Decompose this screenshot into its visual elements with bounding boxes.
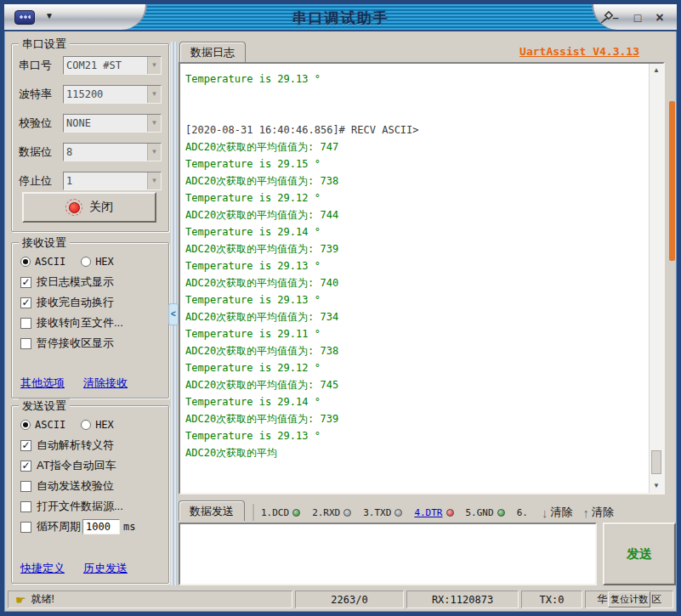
checkbox-icon[interactable] — [20, 338, 31, 349]
minimize-button[interactable] — [607, 9, 624, 26]
chevron-down-icon[interactable] — [147, 86, 161, 103]
checkbox-icon[interactable]: ✓ — [20, 461, 31, 472]
log-line: Temperature is 29.15 ° — [185, 155, 644, 172]
arrow-up-icon — [582, 506, 589, 520]
checkbox-label: 接收转向至文件... — [37, 315, 123, 331]
checkbox-row[interactable]: 暂停接收区显示 — [20, 333, 165, 353]
send-button[interactable]: 发送 — [603, 523, 676, 585]
serial-combo-4[interactable]: 1 — [63, 172, 162, 190]
indicator-1dcd: 1.DCD — [261, 507, 300, 518]
checkbox-label: 接收完自动换行 — [37, 295, 114, 310]
checkbox-row[interactable]: ✓AT指令自动回车 — [20, 455, 165, 476]
log-scrollbar[interactable] — [649, 64, 663, 493]
serial-combo-3[interactable]: 8 — [63, 143, 162, 161]
checkbox-icon[interactable] — [20, 481, 31, 492]
radio-hex[interactable]: HEX — [81, 419, 114, 431]
maximize-button[interactable] — [629, 9, 646, 26]
radio-label: ASCII — [35, 256, 65, 268]
indicator-led-icon — [292, 509, 300, 517]
chevron-down-icon[interactable] — [147, 172, 161, 189]
checkbox-icon[interactable]: ✓ — [20, 440, 31, 451]
log-line: ADC20次获取的平均值值为: 738 — [185, 172, 644, 189]
log-line: ADC20次获取的平均值值为: 745 — [185, 376, 644, 393]
checkbox-icon[interactable]: ✓ — [20, 297, 31, 308]
radio-icon — [20, 257, 31, 267]
radio-ascii[interactable]: ASCII — [20, 419, 65, 431]
reset-count-button[interactable]: 复位计数 — [608, 591, 650, 608]
clear-send-area-button[interactable]: 清除 — [542, 505, 573, 520]
receive-link-0[interactable]: 其他选项 — [20, 376, 65, 391]
indicator-label: 1.DCD — [261, 507, 289, 518]
checkbox-row[interactable]: 自动发送校验位 — [20, 476, 165, 496]
serial-combo-1[interactable]: 115200 — [63, 85, 162, 104]
receive-options: ASCIIHEX✓按日志模式显示✓接收完自动换行接收转向至文件...暂停接收区显… — [20, 251, 165, 353]
log-line: ADC20次获取的平均值值为: 739 — [185, 410, 644, 427]
cycle-unit-label: ms — [123, 521, 135, 533]
scroll-up-icon[interactable] — [650, 64, 663, 77]
titlebar-right-panel — [592, 4, 677, 30]
receive-settings-title: 接收设置 — [19, 235, 70, 251]
clear-receive-area-button[interactable]: 清除 — [582, 505, 614, 520]
status-ready-text: 就绪! — [31, 592, 54, 607]
checkbox-row[interactable]: 打开文件数据源... — [20, 496, 165, 517]
checkbox-icon[interactable] — [20, 501, 31, 512]
checkbox-row[interactable]: ✓自动解析转义符 — [20, 435, 165, 455]
clear-label: 清除 — [592, 505, 614, 520]
arrow-down-icon — [542, 506, 548, 520]
chevron-down-icon[interactable] — [147, 57, 161, 74]
title-bar: 串口调试助手 — [4, 4, 677, 31]
indicator-3txd: 3.TXD — [363, 507, 402, 518]
version-link[interactable]: UartAssist V4.3.13 — [519, 45, 639, 58]
serial-field-row: 校验位NONE — [19, 112, 162, 134]
receive-log-area[interactable]: Temperature is 29.13 ° [2020-08-31 16:40… — [179, 62, 665, 494]
checkbox-icon[interactable]: ✓ — [20, 277, 31, 288]
send-link-1[interactable]: 历史发送 — [83, 561, 128, 576]
scroll-down-icon[interactable] — [650, 479, 663, 493]
checkbox-row[interactable]: ✓接收完自动换行 — [20, 292, 165, 313]
radio-hex[interactable]: HEX — [81, 256, 114, 268]
serial-fields: 串口号COM21 #ST波特率115200校验位NONE数据位8停止位1 — [19, 54, 162, 199]
scrollbar-thumb[interactable] — [651, 450, 661, 474]
send-settings-title: 发送设置 — [19, 398, 70, 414]
chevron-down-icon[interactable] — [147, 115, 161, 132]
combo-value: 115200 — [64, 86, 147, 103]
checkbox-icon[interactable] — [20, 318, 31, 329]
tab-data-log[interactable]: 数据日志 — [179, 42, 246, 62]
serial-combo-0[interactable]: COM21 #ST — [63, 56, 162, 75]
checkbox-icon[interactable] — [20, 522, 31, 533]
log-line: Temperature is 29.12 ° — [185, 189, 644, 206]
receive-link-1[interactable]: 清除接收 — [83, 376, 128, 391]
radio-icon — [20, 420, 31, 430]
cycle-period-input[interactable] — [82, 519, 120, 534]
checkbox-row[interactable]: ✓按日志模式显示 — [20, 272, 165, 292]
close-window-button[interactable] — [651, 9, 668, 26]
collapse-panel-arrow-icon[interactable] — [168, 303, 179, 325]
checkbox-row[interactable]: 接收转向至文件... — [20, 313, 165, 333]
modem-signal-indicators: 1.DCD2.RXD3.TXD4.DTR5.GND6.清除清除 — [253, 504, 665, 521]
close-button-label: 关闭 — [89, 200, 113, 215]
radio-label: ASCII — [35, 419, 65, 431]
combo-value: 1 — [64, 172, 147, 189]
status-right-cell: 华 复位计数 区 — [585, 591, 673, 608]
send-link-0[interactable]: 快捷定义 — [20, 561, 65, 576]
radio-label: HEX — [95, 419, 114, 431]
serial-field-row: 波特率115200 — [19, 83, 162, 105]
open-close-port-button[interactable]: 关闭 — [22, 192, 156, 223]
serial-field-label: 串口号 — [19, 58, 63, 73]
panel-splitter[interactable] — [171, 42, 177, 585]
indicator-4dtr[interactable]: 4.DTR — [414, 507, 453, 518]
indicator-led-icon — [343, 509, 351, 517]
log-line: Temperature is 29.13 ° — [185, 291, 644, 308]
tab-data-send[interactable]: 数据发送 — [179, 500, 245, 521]
log-line: Temperature is 29.14 ° — [185, 223, 644, 240]
radio-ascii[interactable]: ASCII — [20, 256, 65, 268]
send-input[interactable] — [179, 523, 597, 585]
status-right-suffix: 区 — [651, 592, 661, 607]
checkbox-label: 自动解析转义符 — [37, 438, 114, 453]
chevron-down-icon[interactable] — [147, 144, 161, 161]
serial-combo-2[interactable]: NONE — [63, 114, 162, 133]
indicator-2rxd: 2.RXD — [312, 507, 351, 518]
radio-label: HEX — [95, 256, 114, 268]
frame-scroll-indicator — [669, 101, 675, 261]
indicator-label[interactable]: 4.DTR — [414, 507, 442, 518]
